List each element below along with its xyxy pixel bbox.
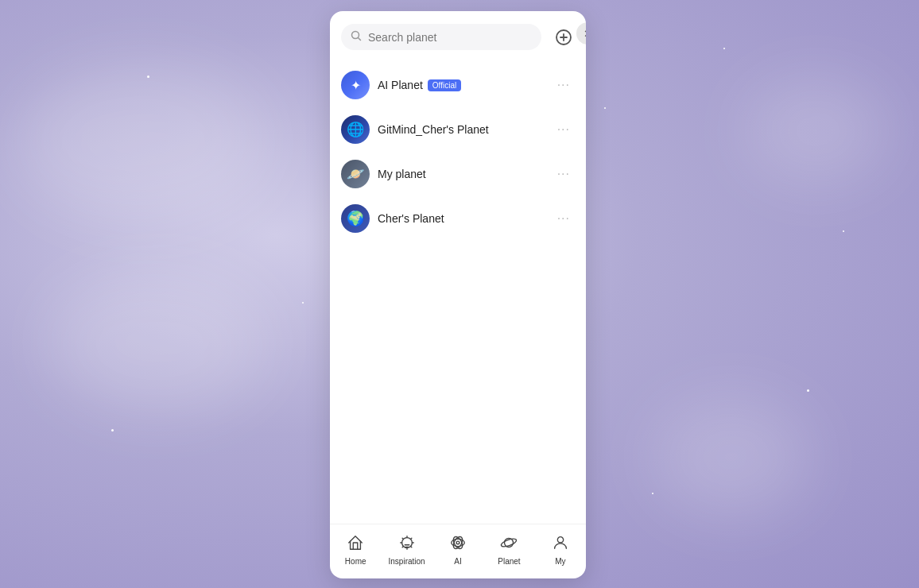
search-input[interactable] xyxy=(368,31,532,44)
planet-panel: ✕ ▶ xyxy=(330,11,586,578)
avatar-chers-planet xyxy=(341,204,370,233)
cloud-blob-2 xyxy=(48,270,270,413)
more-icon-gitmind: ··· xyxy=(557,122,570,137)
add-planet-button[interactable] xyxy=(553,26,575,48)
nav-label-my: My xyxy=(555,557,565,566)
more-icon-ai: ··· xyxy=(557,78,570,92)
avatar-my-planet xyxy=(341,160,370,188)
planet-item-chers[interactable]: Cher's Planet ··· xyxy=(330,196,586,241)
ai-icon xyxy=(449,534,467,555)
more-icon-myplanet: ··· xyxy=(557,167,570,181)
planet-info-ai: AI Planet Official xyxy=(378,79,545,91)
svg-line-1 xyxy=(359,38,361,41)
bulb-icon xyxy=(398,534,416,555)
more-button-ai[interactable]: ··· xyxy=(553,75,575,95)
nav-item-home[interactable]: Home xyxy=(330,531,381,569)
close-icon: ✕ xyxy=(584,28,587,40)
more-button-myplanet[interactable]: ··· xyxy=(553,164,575,184)
nav-item-ai[interactable]: AI xyxy=(432,531,483,569)
search-area xyxy=(330,11,586,60)
star xyxy=(723,48,725,49)
nav-label-inspiration: Inspiration xyxy=(389,557,425,566)
nav-item-planet[interactable]: Planet xyxy=(483,531,534,569)
planet-icon xyxy=(500,534,518,555)
home-icon xyxy=(347,534,364,555)
planet-info-chers: Cher's Planet xyxy=(378,212,545,225)
cloud-blob-1 xyxy=(16,64,270,222)
planet-name-chers: Cher's Planet xyxy=(378,212,444,225)
planet-name-gitmind: GitMind_Cher's Planet xyxy=(378,123,489,136)
star xyxy=(302,302,304,304)
more-button-gitmind[interactable]: ··· xyxy=(553,119,575,140)
planet-name-ai: AI Planet xyxy=(378,79,423,91)
svg-point-9 xyxy=(456,541,460,544)
nav-item-my[interactable]: My xyxy=(535,531,586,569)
avatar-gitmind-planet xyxy=(341,115,370,144)
planet-item-myplanet[interactable]: My planet ··· xyxy=(330,152,586,196)
bottom-nav: Home Inspiration AI xyxy=(330,524,586,578)
planet-info-myplanet: My planet xyxy=(378,168,545,180)
nav-label-planet: Planet xyxy=(498,557,520,566)
more-button-chers[interactable]: ··· xyxy=(553,208,575,229)
star xyxy=(843,230,844,232)
planet-name-myplanet: My planet xyxy=(378,168,426,180)
planet-item-ai[interactable]: AI Planet Official ··· xyxy=(330,63,586,107)
star xyxy=(604,107,606,109)
star xyxy=(807,389,809,392)
search-icon xyxy=(351,30,362,44)
nav-label-ai: AI xyxy=(454,557,461,566)
svg-point-12 xyxy=(557,537,563,543)
cloud-blob-4 xyxy=(744,79,887,183)
planet-item-gitmind[interactable]: GitMind_Cher's Planet ··· xyxy=(330,107,586,152)
planet-list: AI Planet Official ··· GitMind_Cher's Pl… xyxy=(330,60,586,524)
nav-item-inspiration[interactable]: Inspiration xyxy=(381,531,432,569)
nav-label-home: Home xyxy=(345,557,366,566)
star xyxy=(147,75,149,78)
official-badge: Official xyxy=(428,79,461,91)
planet-info-gitmind: GitMind_Cher's Planet xyxy=(378,123,545,136)
person-icon xyxy=(552,534,569,555)
search-bar xyxy=(341,24,541,50)
star xyxy=(111,429,114,431)
star xyxy=(652,493,653,494)
cloud-blob-3 xyxy=(652,397,811,516)
more-icon-chers: ··· xyxy=(557,211,570,226)
avatar-ai-planet xyxy=(341,71,370,99)
